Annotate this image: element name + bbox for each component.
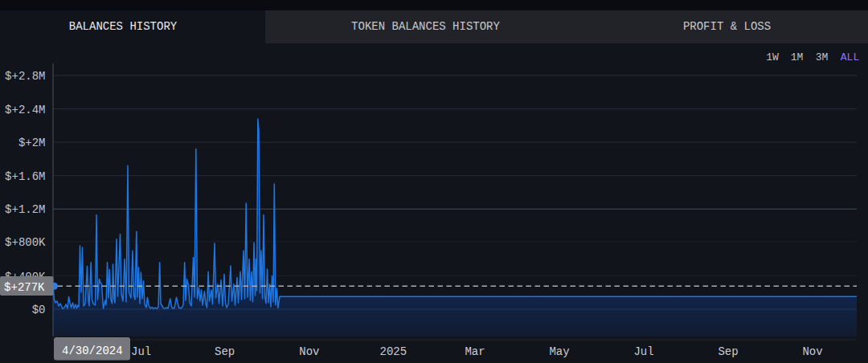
svg-text:Nov: Nov (802, 345, 822, 358)
svg-text:Jul: Jul (633, 345, 653, 358)
svg-text:Mar: Mar (465, 345, 485, 358)
svg-text:2025: 2025 (379, 345, 407, 358)
svg-text:3M: 3M (816, 51, 829, 63)
svg-text:$+277K: $+277K (4, 281, 45, 294)
svg-text:4/30/2024: 4/30/2024 (62, 345, 123, 357)
svg-text:1M: 1M (791, 51, 804, 63)
svg-text:$+1.2M: $+1.2M (5, 203, 45, 216)
svg-text:$+1.6M: $+1.6M (5, 170, 45, 183)
svg-text:ALL: ALL (841, 51, 859, 63)
svg-text:May: May (549, 345, 569, 358)
svg-text:$+2.4M: $+2.4M (5, 104, 45, 116)
svg-text:$+2.8M: $+2.8M (5, 70, 45, 83)
svg-text:Nov: Nov (299, 345, 319, 358)
svg-text:$0: $0 (32, 304, 46, 316)
svg-text:$+800K: $+800K (5, 236, 46, 249)
svg-text:Jul: Jul (131, 345, 151, 358)
svg-text:Sep: Sep (215, 345, 235, 358)
svg-text:1W: 1W (766, 51, 779, 63)
svg-text:Sep: Sep (718, 345, 738, 358)
svg-text:$+2M: $+2M (18, 137, 46, 149)
